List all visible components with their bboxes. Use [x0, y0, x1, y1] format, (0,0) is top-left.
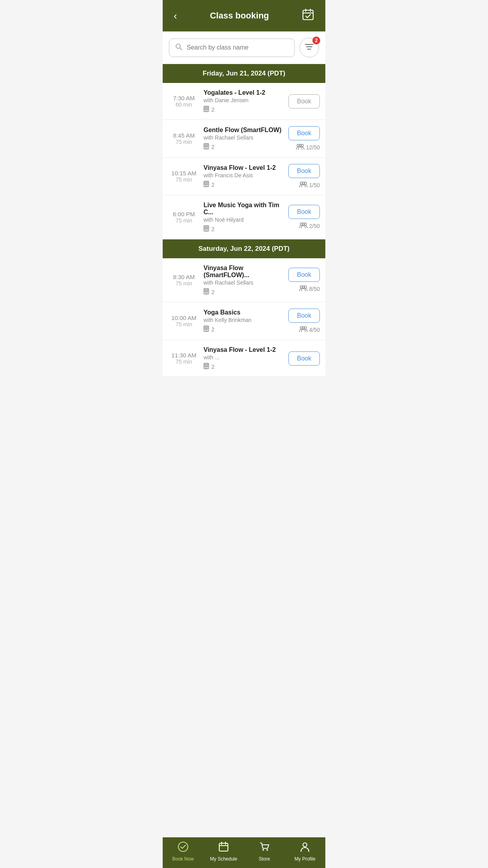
- class-meta: 2: [204, 181, 284, 188]
- class-action: Book: [288, 94, 320, 108]
- svg-rect-63: [207, 364, 208, 365]
- svg-rect-38: [207, 228, 208, 229]
- class-capacity: 2/50: [299, 222, 320, 230]
- book-button[interactable]: Book: [288, 205, 320, 219]
- class-duration: 75 min: [168, 139, 200, 145]
- svg-rect-17: [205, 144, 206, 145]
- class-details: Vinyasa Flow (SmartFLOW)... with Rachael…: [204, 265, 284, 296]
- class-time: 11:30 AM 75 min: [168, 352, 200, 365]
- class-time-value: 10:00 AM: [168, 314, 200, 321]
- class-action: Book 4/50: [288, 309, 320, 333]
- svg-rect-65: [207, 366, 208, 367]
- class-name: Vinyasa Flow (SmartFLOW)...: [204, 265, 284, 279]
- class-duration: 75 min: [168, 280, 200, 287]
- class-details: Yogalates - Level 1-2 with Danie Jensen …: [204, 89, 284, 113]
- class-time-value: 10:15 AM: [168, 170, 200, 177]
- svg-rect-35: [205, 226, 206, 228]
- class-meta: 2: [204, 326, 284, 333]
- capacity-value: 2/50: [309, 223, 320, 229]
- svg-rect-20: [207, 146, 208, 147]
- book-button[interactable]: Book: [288, 164, 320, 178]
- search-input[interactable]: [187, 44, 289, 51]
- people-icon: [299, 285, 308, 292]
- book-button[interactable]: Book: [288, 351, 320, 366]
- class-item: 10:15 AM 75 min Vinyasa Flow - Level 1-2…: [163, 158, 325, 195]
- class-action: Book 8/50: [288, 268, 320, 292]
- class-instructor: with Francis De Asis: [204, 172, 284, 178]
- svg-rect-18: [207, 144, 208, 145]
- class-item: 10:00 AM 75 min Yoga Basics with Kelly B…: [163, 302, 325, 340]
- svg-rect-26: [205, 182, 206, 183]
- book-button[interactable]: Book: [288, 126, 320, 140]
- svg-rect-14: [207, 108, 208, 110]
- room-number: 2: [211, 364, 215, 370]
- svg-rect-53: [205, 327, 206, 328]
- filter-icon: [305, 43, 314, 52]
- search-box[interactable]: [169, 39, 295, 57]
- class-instructor: with Rachael Sellars: [204, 134, 284, 141]
- class-item: 7:30 AM 60 min Yogalates - Level 1-2 wit…: [163, 83, 325, 120]
- class-time-value: 8:45 AM: [168, 132, 200, 139]
- svg-rect-45: [207, 289, 208, 291]
- room-number: 2: [211, 144, 215, 150]
- date-header-0: Friday, Jun 21, 2024 (PDT): [163, 64, 325, 83]
- svg-rect-13: [205, 108, 206, 110]
- svg-rect-36: [207, 226, 208, 228]
- class-time: 10:00 AM 75 min: [168, 314, 200, 327]
- class-name: Yoga Basics: [204, 309, 284, 316]
- svg-rect-27: [207, 182, 208, 183]
- capacity-value: 12/50: [306, 144, 320, 151]
- class-duration: 75 min: [168, 217, 200, 224]
- people-icon: [296, 143, 305, 151]
- app-header: ‹ Class booking: [163, 0, 325, 31]
- class-duration: 60 min: [168, 101, 200, 108]
- room-number: 2: [211, 107, 215, 113]
- class-time: 10:15 AM 75 min: [168, 170, 200, 183]
- room-icon: [204, 106, 209, 113]
- filter-badge: 2: [312, 37, 320, 44]
- class-item: 6:00 PM 75 min Live Music Yoga with Tim …: [163, 195, 325, 239]
- class-time: 8:30 AM 75 min: [168, 274, 200, 287]
- content-area: Friday, Jun 21, 2024 (PDT) 7:30 AM 60 mi…: [163, 64, 325, 408]
- filter-button[interactable]: 2: [299, 38, 319, 57]
- book-button[interactable]: Book: [288, 268, 320, 282]
- room-icon: [204, 181, 209, 188]
- back-button[interactable]: ‹: [171, 8, 180, 24]
- capacity-value: 1/50: [309, 182, 320, 188]
- class-instructor: with Danie Jensen: [204, 97, 284, 103]
- class-capacity: 1/50: [299, 181, 320, 189]
- class-item: 8:45 AM 75 min Gentle Flow (SmartFLOW) w…: [163, 120, 325, 158]
- svg-rect-47: [207, 291, 208, 292]
- room-number: 2: [211, 289, 215, 295]
- class-details: Live Music Yoga with Tim C... with Noé H…: [204, 202, 284, 233]
- class-details: Yoga Basics with Kelly Brinkman 2: [204, 309, 284, 333]
- book-button[interactable]: Book: [288, 94, 320, 108]
- svg-rect-28: [205, 184, 206, 185]
- svg-rect-44: [205, 289, 206, 291]
- class-name: Live Music Yoga with Tim C...: [204, 202, 284, 216]
- svg-rect-46: [205, 291, 206, 292]
- class-item: 11:30 AM 75 min Vinyasa Flow - Level 1-2…: [163, 340, 325, 377]
- svg-rect-12: [207, 107, 208, 108]
- svg-rect-54: [207, 327, 208, 328]
- class-details: Gentle Flow (SmartFLOW) with Rachael Sel…: [204, 127, 284, 151]
- book-button[interactable]: Book: [288, 309, 320, 323]
- room-icon: [204, 326, 209, 333]
- svg-rect-19: [205, 146, 206, 147]
- search-icon: [175, 43, 183, 53]
- class-duration: 75 min: [168, 177, 200, 183]
- class-instructor: with Rachael Sellars: [204, 280, 284, 286]
- class-action: Book 12/50: [288, 126, 320, 151]
- svg-rect-29: [207, 184, 208, 185]
- class-time-value: 6:00 PM: [168, 211, 200, 217]
- room-number: 2: [211, 226, 215, 232]
- calendar-check-icon[interactable]: [299, 7, 317, 25]
- class-duration: 75 min: [168, 321, 200, 327]
- class-duration: 75 min: [168, 359, 200, 365]
- class-details: Vinyasa Flow - Level 1-2 with Francis De…: [204, 164, 284, 188]
- capacity-value: 8/50: [309, 286, 320, 292]
- class-time: 6:00 PM 75 min: [168, 211, 200, 224]
- class-name: Vinyasa Flow - Level 1-2: [204, 346, 284, 353]
- room-icon: [204, 143, 209, 151]
- class-meta: 2: [204, 143, 284, 151]
